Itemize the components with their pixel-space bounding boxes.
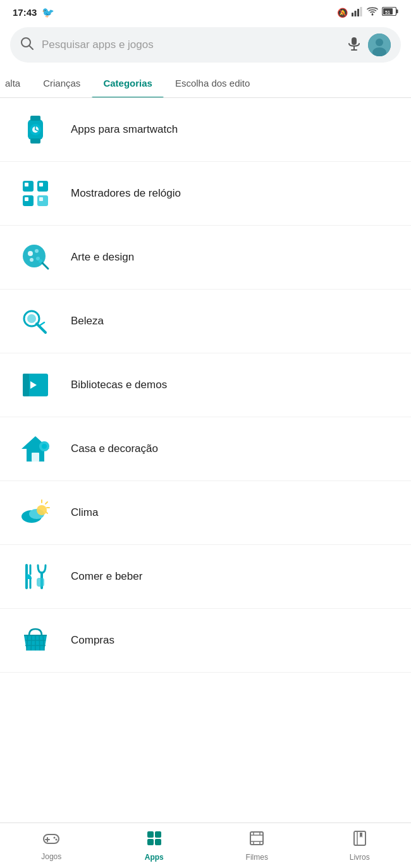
svg-rect-75 [155, 831, 161, 838]
svg-rect-0 [352, 13, 353, 16]
svg-point-15 [376, 39, 383, 46]
nav-filmes[interactable]: Filmes [206, 823, 309, 868]
nav-filmes-label: Filmes [246, 853, 268, 862]
category-label-clima: Clima [71, 506, 98, 519]
category-list: Apps para smartwatch Mostradores de reló… [0, 98, 411, 723]
category-label-relogio: Mostradores de relógio [71, 187, 181, 200]
svg-rect-77 [155, 839, 161, 845]
status-bar: 17:43 🐦 🔕 [0, 0, 411, 22]
svg-point-34 [35, 249, 39, 253]
svg-rect-74 [147, 831, 154, 838]
svg-line-42 [40, 322, 44, 325]
svg-line-65 [39, 635, 40, 651]
svg-point-49 [42, 444, 47, 449]
category-label-bibliotecas: Bibliotecas e demos [71, 379, 167, 391]
svg-line-63 [31, 635, 32, 651]
svg-point-38 [39, 259, 42, 263]
svg-rect-11 [352, 37, 357, 45]
svg-rect-3 [360, 7, 362, 16]
svg-point-72 [54, 836, 56, 838]
list-item[interactable]: Beleza [0, 290, 411, 353]
book-icon [352, 830, 367, 850]
nav-apps-label: Apps [145, 853, 164, 862]
compras-icon [15, 620, 56, 661]
svg-rect-6 [396, 9, 398, 13]
svg-rect-29 [25, 197, 28, 201]
svg-rect-18 [30, 116, 40, 121]
list-item[interactable]: Arte e design [0, 226, 411, 290]
search-icon [20, 37, 34, 54]
tab-categorias[interactable]: Categorias [92, 69, 164, 97]
tabs-container: alta Crianças Categorias Escolha dos edi… [0, 69, 411, 98]
svg-line-54 [46, 502, 47, 504]
beleza-icon [15, 301, 56, 341]
svg-rect-27 [39, 183, 43, 186]
svg-point-40 [27, 314, 36, 323]
category-label-arte: Arte e design [71, 251, 134, 264]
svg-line-37 [42, 262, 48, 269]
twitter-icon: 🐦 [42, 6, 54, 18]
search-bar[interactable]: Pesquisar apps e jogos [10, 27, 401, 63]
status-time-area: 17:43 🐦 [13, 6, 54, 18]
time-display: 17:43 [13, 7, 37, 18]
svg-rect-25 [25, 183, 28, 186]
svg-rect-44 [23, 374, 29, 396]
arte-icon [15, 237, 56, 278]
avatar[interactable] [368, 34, 391, 56]
gamepad-icon [42, 831, 60, 850]
category-label-casa: Casa e decoração [71, 443, 158, 455]
smartwatch-icon [15, 109, 56, 150]
svg-rect-1 [355, 11, 357, 16]
svg-rect-78 [250, 832, 263, 845]
svg-line-10 [29, 46, 33, 49]
tab-criancas[interactable]: Crianças [32, 69, 92, 97]
svg-point-4 [372, 14, 374, 16]
clima-icon [15, 492, 56, 533]
list-item[interactable]: Bibliotecas e demos [0, 353, 411, 417]
svg-point-73 [56, 838, 58, 840]
svg-rect-61 [37, 578, 44, 587]
bibliotecas-icon [15, 365, 56, 405]
search-placeholder[interactable]: Pesquisar apps e jogos [42, 39, 340, 51]
svg-rect-31 [39, 197, 43, 201]
list-item[interactable]: Comer e beber [0, 545, 411, 609]
svg-rect-2 [357, 9, 359, 16]
battery-icon: 51 [382, 7, 398, 18]
svg-rect-19 [30, 138, 40, 144]
tab-escolha[interactable]: Escolha dos edito [164, 69, 411, 97]
list-item[interactable]: Compras [0, 609, 411, 673]
list-item[interactable]: Mostradores de relógio [0, 162, 411, 226]
wifi-icon [367, 7, 378, 18]
mic-icon[interactable] [348, 37, 360, 54]
svg-point-52 [37, 505, 47, 515]
nav-livros-label: Livros [350, 853, 370, 862]
svg-point-36 [30, 258, 34, 262]
film-icon [248, 830, 265, 850]
mute-icon: 🔕 [337, 8, 348, 18]
svg-rect-76 [147, 839, 154, 845]
nav-jogos[interactable]: Jogos [0, 823, 103, 868]
nav-apps[interactable]: Apps [103, 823, 206, 868]
status-icons: 🔕 51 [337, 6, 398, 18]
category-label-compras: Compras [71, 634, 114, 647]
apps-grid-icon [146, 830, 163, 850]
nav-jogos-label: Jogos [41, 852, 61, 861]
svg-text:51: 51 [385, 10, 390, 15]
comer-icon [15, 556, 56, 597]
category-label-comer: Comer e beber [71, 570, 142, 583]
list-item[interactable]: Apps para smartwatch [0, 98, 411, 162]
bottom-nav: Jogos Apps Filmes [0, 822, 411, 868]
svg-point-33 [28, 251, 33, 256]
tab-alta[interactable]: alta [0, 69, 32, 97]
svg-rect-47 [32, 453, 39, 462]
list-item[interactable]: Clima [0, 481, 411, 545]
nav-livros[interactable]: Livros [309, 823, 412, 868]
relogio-icon [15, 173, 56, 214]
category-label-smartwatch: Apps para smartwatch [71, 123, 178, 136]
category-label-beleza: Beleza [71, 315, 104, 327]
casa-icon [15, 429, 56, 469]
signal-icon [352, 6, 363, 18]
search-bar-container: Pesquisar apps e jogos [0, 22, 411, 69]
list-item[interactable]: Casa e decoração [0, 417, 411, 481]
